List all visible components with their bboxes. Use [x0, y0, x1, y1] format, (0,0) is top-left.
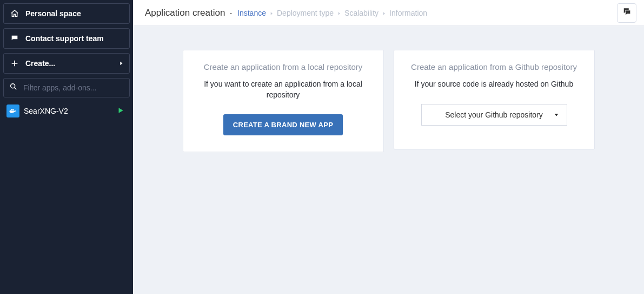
topbar: Application creation - Instance Deployme… — [133, 0, 644, 26]
chevron-right-icon — [269, 9, 274, 17]
filter-input[interactable] — [23, 83, 124, 92]
github-card-title: Create an application from a Github repo… — [409, 62, 579, 71]
page-title: Application creation — [145, 8, 225, 18]
docker-icon — [6, 104, 19, 117]
messages-button[interactable] — [617, 3, 636, 23]
local-card-title: Create an application from a local repos… — [198, 62, 368, 71]
messages-icon — [622, 7, 632, 19]
github-repo-select[interactable]: Select your Github repository — [421, 104, 567, 126]
breadcrumb: - Instance Deployment type Scalability I… — [228, 9, 429, 17]
github-select-label: Select your Github repository — [445, 110, 543, 119]
home-icon — [9, 9, 20, 18]
chevron-right-icon — [337, 9, 341, 17]
contact-support-button[interactable]: Contact support team — [3, 28, 130, 49]
chevron-right-icon — [382, 9, 386, 17]
chat-icon — [9, 34, 20, 43]
local-card-desc: If you want to create an application fro… — [198, 79, 368, 100]
local-repo-card: Create an application from a local repos… — [183, 50, 384, 152]
app-item-name: SearXNG-V2 — [24, 107, 68, 115]
contact-support-label: Contact support team — [25, 34, 104, 43]
personal-space-button[interactable]: Personal space — [3, 3, 130, 24]
filter-input-row[interactable] — [3, 78, 130, 97]
breadcrumb-deployment-type[interactable]: Deployment type — [277, 9, 334, 17]
github-repo-card: Create an application from a Github repo… — [394, 50, 595, 149]
sidebar-app-item[interactable]: SearXNG-V2 — [3, 102, 130, 120]
create-new-app-button[interactable]: Create a brand new app — [223, 114, 343, 135]
chevron-right-icon — [118, 59, 124, 68]
personal-space-label: Personal space — [25, 9, 81, 18]
create-label: Create... — [25, 59, 55, 68]
sidebar: Personal space Contact support team Crea… — [0, 0, 133, 294]
search-icon — [9, 82, 18, 93]
create-button[interactable]: Create... — [3, 53, 130, 74]
breadcrumb-dash: - — [229, 9, 232, 17]
breadcrumb-scalability[interactable]: Scalability — [344, 9, 379, 17]
github-card-desc: If your source code is already hosted on… — [409, 79, 579, 90]
plus-icon — [9, 59, 20, 68]
svg-rect-4 — [11, 109, 12, 110]
breadcrumb-instance[interactable]: Instance — [237, 9, 266, 17]
content-area: Create an application from a local repos… — [133, 26, 644, 294]
main-area: Application creation - Instance Deployme… — [133, 0, 644, 294]
breadcrumb-information[interactable]: Information — [389, 9, 427, 17]
topbar-right — [617, 3, 636, 23]
svg-point-0 — [11, 84, 15, 88]
chevron-down-icon — [554, 110, 559, 119]
svg-rect-5 — [12, 109, 14, 110]
play-icon — [117, 107, 124, 116]
